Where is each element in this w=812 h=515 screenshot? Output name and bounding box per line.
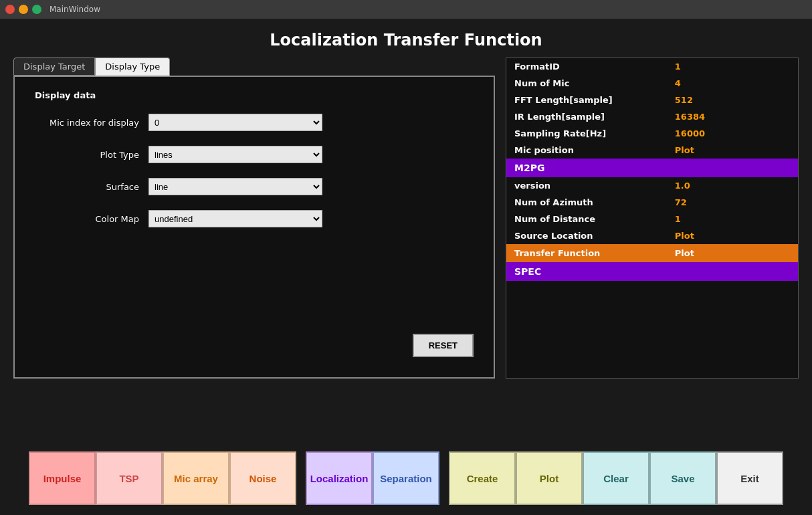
info-row-fft: FFT Length[sample] 512 — [506, 92, 798, 108]
info-table: FormatID 1 Num of Mic 4 FFT Length[sampl… — [506, 58, 798, 281]
tab-content: Display data Mic index for display 0 1 2… — [13, 76, 495, 379]
surface-label: Surface — [35, 182, 148, 192]
info-row-sampling: Sampling Rate[Hz] 16000 — [506, 125, 798, 142]
info-value: 72 — [667, 194, 798, 211]
clear-button[interactable]: Clear — [583, 451, 649, 505]
info-value: 1 — [667, 58, 798, 75]
info-key: Source Location — [506, 227, 667, 244]
right-panel: FormatID 1 Num of Mic 4 FFT Length[sampl… — [506, 58, 799, 379]
noise-button[interactable]: Noise — [229, 451, 296, 505]
plot-type-select[interactable]: lines points surface — [148, 146, 322, 163]
info-key: Num of Distance — [506, 211, 667, 227]
tab-display-type[interactable]: Display Type — [95, 58, 170, 76]
info-value: 1.0 — [667, 177, 798, 194]
color-map-row: Color Map undefined jet hot cool — [35, 210, 474, 227]
mic-index-row: Mic index for display 0 1 2 3 — [35, 114, 474, 131]
info-row-transfer-fn[interactable]: Transfer Function Plot — [506, 244, 798, 262]
color-map-select[interactable]: undefined jet hot cool — [148, 210, 322, 227]
info-key: Num of Azimuth — [506, 194, 667, 211]
plot-type-row: Plot Type lines points surface — [35, 146, 474, 163]
tab-display-target[interactable]: Display Target — [13, 58, 95, 76]
separation-button[interactable]: Separation — [373, 451, 439, 505]
minimize-button[interactable] — [19, 5, 28, 14]
toolbar-group-3: Create Plot Clear Save Exit — [449, 451, 783, 505]
info-key: Sampling Rate[Hz] — [506, 125, 667, 142]
maximize-button[interactable] — [32, 5, 41, 14]
info-row-version: version 1.0 — [506, 177, 798, 194]
save-button[interactable]: Save — [649, 451, 716, 505]
info-key: version — [506, 177, 667, 194]
toolbar-group-2: Localization Separation — [306, 451, 439, 505]
info-value: Plot — [667, 142, 798, 159]
color-map-label: Color Map — [35, 214, 148, 224]
info-row-sourceloc: Source Location Plot — [506, 227, 798, 244]
plot-type-label: Plot Type — [35, 150, 148, 160]
info-row-micpos: Mic position Plot — [506, 142, 798, 159]
impulse-button[interactable]: Impulse — [29, 451, 96, 505]
m2pg-label: M2PG — [506, 159, 798, 177]
create-button[interactable]: Create — [449, 451, 516, 505]
info-value: Plot — [667, 227, 798, 244]
tsp-button[interactable]: TSP — [96, 451, 163, 505]
toolbar-group-1: Impulse TSP Mic array Noise — [29, 451, 296, 505]
section-label: Display data — [35, 90, 474, 100]
surface-row: Surface line mesh solid — [35, 178, 474, 195]
info-key: IR Length[sample] — [506, 108, 667, 125]
spec-label: SPEC — [506, 262, 798, 281]
info-row-azimuth: Num of Azimuth 72 — [506, 194, 798, 211]
reset-area: RESET — [413, 334, 474, 357]
title-bar: MainWindow — [0, 0, 812, 19]
main-content: Display Target Display Type Display data… — [0, 58, 812, 379]
info-value: 1 — [667, 211, 798, 227]
transfer-fn-key: Transfer Function — [506, 244, 667, 262]
info-row-m2pg-header[interactable]: M2PG — [506, 159, 798, 177]
info-row-formatid: FormatID 1 — [506, 58, 798, 75]
info-value: 16000 — [667, 125, 798, 142]
info-row-nummic: Num of Mic 4 — [506, 75, 798, 92]
info-key: Mic position — [506, 142, 667, 159]
exit-button[interactable]: Exit — [716, 451, 783, 505]
mic-index-select[interactable]: 0 1 2 3 — [148, 114, 322, 131]
info-value: 16384 — [667, 108, 798, 125]
localization-button[interactable]: Localization — [306, 451, 373, 505]
transfer-fn-value: Plot — [667, 244, 798, 262]
info-row-spec-header[interactable]: SPEC — [506, 262, 798, 281]
info-row-ir: IR Length[sample] 16384 — [506, 108, 798, 125]
info-value: 512 — [667, 92, 798, 108]
info-key: FormatID — [506, 58, 667, 75]
info-row-distance: Num of Distance 1 — [506, 211, 798, 227]
left-panel: Display Target Display Type Display data… — [13, 58, 495, 379]
mic-index-label: Mic index for display — [35, 118, 148, 128]
info-scroll[interactable]: FormatID 1 Num of Mic 4 FFT Length[sampl… — [506, 58, 798, 378]
plot-button[interactable]: Plot — [516, 451, 583, 505]
reset-button[interactable]: RESET — [413, 334, 474, 357]
info-key: Num of Mic — [506, 75, 667, 92]
window-title: MainWindow — [49, 5, 100, 14]
surface-select[interactable]: line mesh solid — [148, 178, 322, 195]
close-button[interactable] — [5, 5, 15, 14]
app-title: Localization Transfer Function — [0, 19, 812, 58]
tab-bar: Display Target Display Type — [13, 58, 495, 76]
mic-array-button[interactable]: Mic array — [163, 451, 229, 505]
info-key: FFT Length[sample] — [506, 92, 667, 108]
bottom-toolbar: Impulse TSP Mic array Noise Localization… — [0, 441, 812, 515]
info-value: 4 — [667, 75, 798, 92]
